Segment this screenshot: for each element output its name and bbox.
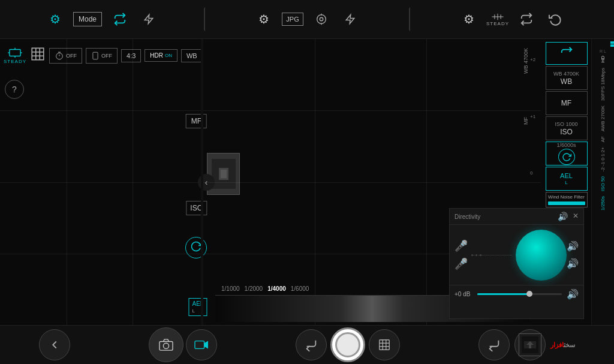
level-r-bar bbox=[610, 41, 614, 44]
shutter-6000: 1/6000 bbox=[291, 285, 309, 292]
level-l-bar bbox=[610, 44, 614, 47]
db-label: +0 dB bbox=[455, 291, 472, 297]
dir-header: Directivity 🔊 ✕ bbox=[450, 209, 583, 225]
gallery-button[interactable] bbox=[369, 329, 400, 360]
jpg-button[interactable]: JPG bbox=[282, 13, 303, 26]
exp-plus1: +1 bbox=[530, 114, 540, 119]
info-af: AF bbox=[600, 136, 606, 142]
brand-logo: سختافزار bbox=[550, 341, 575, 349]
rc-mf-item[interactable]: MF bbox=[546, 91, 588, 115]
phone-button[interactable]: OFF bbox=[86, 48, 118, 64]
dir-speaker-icon[interactable]: 🔊 bbox=[558, 212, 568, 221]
info-shutter: 1/250s bbox=[600, 196, 606, 210]
dir-title: Directivity bbox=[455, 213, 480, 220]
dir-right-icon2[interactable]: 🔊 bbox=[567, 258, 579, 269]
focus-icon[interactable] bbox=[311, 8, 332, 30]
rc-active-icon[interactable] bbox=[546, 42, 588, 65]
shutter-2000: 1/2000 bbox=[245, 285, 263, 292]
svg-rect-23 bbox=[93, 52, 98, 59]
svg-rect-31 bbox=[380, 340, 390, 350]
dir-left-icons: 🎤 🎤 bbox=[455, 239, 468, 270]
mode-button[interactable]: Mode bbox=[73, 12, 102, 26]
rl-labels: R L bbox=[592, 49, 614, 53]
info-fps: 30FPS 18Mbps bbox=[600, 68, 606, 101]
dir-sphere bbox=[516, 230, 567, 281]
steady-button[interactable]: STEADY bbox=[4, 47, 26, 64]
dir-mic-icon1[interactable]: 🎤 bbox=[455, 239, 468, 252]
rc-iso-item[interactable]: ISO 1000 ISO bbox=[546, 116, 588, 140]
exp-plus2: +2 bbox=[530, 57, 540, 62]
svg-point-28 bbox=[164, 343, 169, 348]
right-controls-panel: WB 4700K WB MF ISO 1000 ISO 1/6000s AEL … bbox=[544, 39, 589, 210]
db-slider-fill bbox=[477, 293, 529, 295]
shutter-button[interactable] bbox=[330, 327, 365, 362]
shutter-4000-active: 1/4000 bbox=[267, 285, 286, 292]
db-slider-knob bbox=[526, 291, 532, 297]
flash-icon[interactable] bbox=[138, 8, 159, 30]
flip2-button[interactable] bbox=[478, 329, 510, 360]
video-mode-button[interactable] bbox=[186, 329, 217, 360]
rc-wb-label: WB 4700K bbox=[553, 71, 579, 77]
svg-point-1 bbox=[320, 17, 323, 21]
rc-wind-item[interactable]: Wind Noise Filter bbox=[546, 192, 588, 207]
help-button[interactable]: ? bbox=[5, 80, 24, 99]
dir-right-icon1[interactable]: 🔊 bbox=[567, 240, 579, 252]
flip-button[interactable] bbox=[296, 329, 327, 360]
hdr-button[interactable]: HDR ON bbox=[145, 49, 177, 62]
svg-marker-5 bbox=[346, 15, 354, 24]
camera-swap-icon[interactable] bbox=[516, 8, 537, 30]
rc-ael-item[interactable]: AEL L bbox=[546, 167, 588, 191]
thumbnail-button[interactable] bbox=[514, 329, 546, 360]
camera-flip-icon[interactable] bbox=[109, 8, 131, 30]
svg-marker-0 bbox=[145, 15, 153, 24]
rc-shutter-val: 1/6000s bbox=[556, 142, 576, 148]
rc-mf-icon: MF bbox=[561, 99, 571, 107]
directivity-panel: Directivity 🔊 ✕ 🎤 🎤 🔊 🔊 +0 dB bbox=[449, 208, 584, 319]
steady-top-icon[interactable]: STEADY bbox=[487, 8, 508, 30]
timer-button[interactable]: OFF bbox=[49, 48, 82, 64]
capture-group-left bbox=[149, 327, 217, 362]
info-iso: ISO 50 bbox=[600, 176, 606, 191]
rc-wind-label: Wind Noise Filter bbox=[548, 194, 585, 200]
svg-rect-10 bbox=[10, 50, 20, 56]
center-bottom-group bbox=[296, 327, 400, 362]
settings2-icon[interactable]: ⚙ bbox=[253, 8, 275, 30]
info-panel: R L HD 30FPS 18Mbps AWB 2700K AF -2·-1·0… bbox=[591, 39, 614, 325]
wb-button[interactable]: WB bbox=[181, 49, 203, 62]
steady-top-label: STEADY bbox=[486, 21, 509, 26]
refresh-icon[interactable] bbox=[544, 8, 566, 30]
flash2-icon[interactable] bbox=[339, 8, 361, 30]
db-right-icon[interactable]: 🔊 bbox=[567, 288, 579, 300]
settings3-icon[interactable]: ⚙ bbox=[458, 8, 480, 30]
photo-mode-button[interactable] bbox=[149, 327, 183, 362]
right-main-toolbar bbox=[203, 39, 541, 69]
left-inner-toolbar: STEADY OFF OFF bbox=[0, 39, 201, 72]
top-bar-middle: ⚙ JPG bbox=[205, 8, 410, 30]
info-awb: AWB 2700K bbox=[600, 106, 606, 131]
grid-icon[interactable] bbox=[30, 46, 46, 65]
rc-ael-label: AEL bbox=[560, 172, 573, 179]
settings-icon[interactable]: ⚙ bbox=[44, 8, 66, 30]
dir-mic-icon2[interactable]: 🎤 bbox=[455, 257, 468, 270]
svg-rect-29 bbox=[195, 341, 204, 349]
dir-dots-line bbox=[471, 255, 512, 255]
db-row: +0 dB 🔊 bbox=[455, 288, 579, 300]
db-slider[interactable] bbox=[477, 293, 562, 295]
svg-marker-30 bbox=[204, 341, 208, 349]
rc-shutter-item[interactable]: 1/6000s bbox=[546, 142, 588, 166]
top-bar-left: ⚙ Mode bbox=[0, 8, 204, 30]
level-meter bbox=[610, 41, 614, 47]
wb-vertical-label: WB 4700K bbox=[523, 48, 529, 74]
dir-right-icons: 🔊 🔊 bbox=[567, 240, 579, 269]
exp-0: 0 bbox=[530, 170, 540, 176]
shutter-1000: 1/1000 bbox=[221, 285, 240, 292]
rc-iso-val: ISO 1000 bbox=[555, 121, 577, 127]
back-button[interactable] bbox=[39, 329, 70, 360]
mf-vertical-label: MF bbox=[523, 117, 529, 125]
dir-close-icon[interactable]: ✕ bbox=[573, 212, 579, 221]
ratio-button[interactable]: 4:3 bbox=[121, 49, 141, 62]
steady-label: STEADY bbox=[4, 59, 26, 64]
dir-body: 🎤 🎤 🔊 🔊 bbox=[450, 225, 583, 285]
rc-wb-item[interactable]: WB 4700K WB bbox=[546, 66, 588, 90]
svg-point-2 bbox=[317, 15, 326, 24]
